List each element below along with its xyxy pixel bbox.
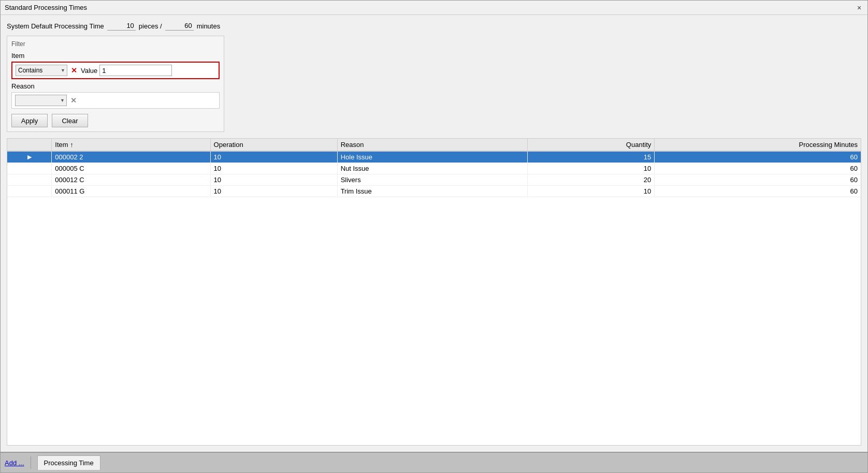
table-header-row: Item ↑ Operation Reason Quantity Process… xyxy=(7,139,861,151)
filter-title: Filter xyxy=(11,40,220,48)
add-button[interactable]: Add ... xyxy=(5,459,24,467)
reason-clear-btn[interactable]: ✕ xyxy=(69,96,78,105)
window-title: Standard Processing Times xyxy=(5,4,87,11)
item-condition-wrapper[interactable]: Contains Equals Starts With xyxy=(16,65,67,76)
apply-button[interactable]: Apply xyxy=(11,114,48,127)
col-header-operation[interactable]: Operation xyxy=(210,139,337,151)
table-body: ▶000002 210Hole Issue1560000005 C10Nut I… xyxy=(7,151,861,197)
footer-bar: Add ... Processing Time xyxy=(1,452,867,472)
default-time-row: System Default Processing Time pieces / … xyxy=(7,21,861,31)
reason-condition-select[interactable]: Contains Equals xyxy=(15,95,67,106)
close-button[interactable]: × xyxy=(855,4,863,12)
main-window: Standard Processing Times × System Defau… xyxy=(0,0,868,473)
reason-filter-box: Contains Equals ✕ xyxy=(11,92,220,109)
minutes-input[interactable] xyxy=(165,21,194,31)
clear-button[interactable]: Clear xyxy=(52,114,88,127)
footer-divider xyxy=(31,456,31,469)
data-table-container: Item ↑ Operation Reason Quantity Process… xyxy=(7,138,861,446)
reason-condition-wrapper[interactable]: Contains Equals xyxy=(15,95,67,106)
table-row[interactable]: 000005 C10Nut Issue1060 xyxy=(7,163,861,174)
item-filter-row: Item Contains Equals Starts With ✕ Value xyxy=(11,52,220,79)
item-value-input[interactable] xyxy=(99,65,172,76)
table-row[interactable]: 000011 G10Trim Issue1060 xyxy=(7,186,861,197)
item-filter-label: Item xyxy=(11,52,220,60)
col-header-quantity[interactable]: Quantity xyxy=(528,139,655,151)
value-label: Value xyxy=(81,67,97,75)
minutes-label: minutes xyxy=(197,22,221,30)
item-condition-select[interactable]: Contains Equals Starts With xyxy=(16,65,67,76)
reason-filter-row: Reason Contains Equals ✕ xyxy=(11,82,220,109)
item-clear-btn[interactable]: ✕ xyxy=(69,66,79,75)
item-filter-box: Contains Equals Starts With ✕ Value xyxy=(11,62,220,79)
reason-filter-label: Reason xyxy=(11,82,220,90)
content-area: System Default Processing Time pieces / … xyxy=(1,15,867,452)
table-row[interactable]: 000012 C10Slivers2060 xyxy=(7,174,861,186)
pieces-separator: pieces / xyxy=(139,22,162,30)
data-table: Item ↑ Operation Reason Quantity Process… xyxy=(7,139,861,197)
col-header-indicator xyxy=(7,139,52,151)
default-time-label: System Default Processing Time xyxy=(7,22,104,30)
filter-group: Filter Item Contains Equals Starts With … xyxy=(7,36,224,132)
col-header-item[interactable]: Item ↑ xyxy=(52,139,210,151)
table-row[interactable]: ▶000002 210Hole Issue1560 xyxy=(7,151,861,163)
col-header-reason[interactable]: Reason xyxy=(337,139,528,151)
title-bar: Standard Processing Times × xyxy=(1,1,867,15)
col-header-processing[interactable]: Processing Minutes xyxy=(655,139,861,151)
processing-time-tab[interactable]: Processing Time xyxy=(37,455,100,470)
filter-btn-row: Apply Clear xyxy=(11,114,220,127)
pieces-input[interactable] xyxy=(107,21,136,31)
